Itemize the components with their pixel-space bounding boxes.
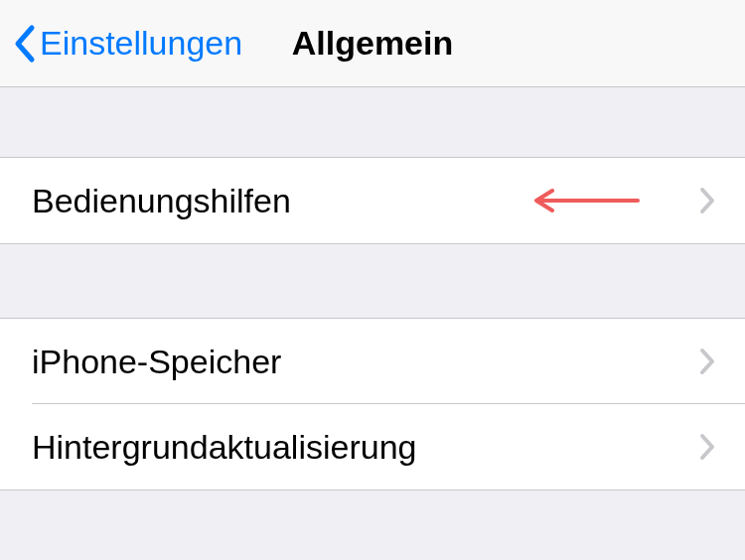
- row-background-app-refresh[interactable]: Hintergrundaktualisierung: [0, 404, 745, 490]
- row-label: Hintergrundaktualisierung: [32, 428, 699, 467]
- arrow-left-annotation-icon: [530, 189, 640, 212]
- section-gap: [0, 87, 745, 157]
- settings-group-accessibility: Bedienungshilfen: [0, 157, 745, 244]
- row-label: iPhone-Speicher: [32, 343, 699, 381]
- navigation-bar: Einstellungen Allgemein: [0, 0, 745, 87]
- chevron-left-icon: [12, 24, 36, 64]
- row-accessibility[interactable]: Bedienungshilfen: [0, 158, 745, 243]
- back-button[interactable]: Einstellungen: [12, 24, 242, 64]
- chevron-right-icon: [699, 348, 715, 375]
- section-gap: [0, 244, 745, 318]
- back-label: Einstellungen: [40, 24, 242, 63]
- chevron-right-icon: [699, 433, 715, 461]
- page-title: Allgemein: [292, 24, 453, 63]
- chevron-right-icon: [699, 187, 715, 214]
- row-iphone-storage[interactable]: iPhone-Speicher: [0, 319, 745, 404]
- row-label: Bedienungshilfen: [32, 182, 530, 220]
- settings-group-storage: iPhone-Speicher Hintergrundaktualisierun…: [0, 318, 745, 490]
